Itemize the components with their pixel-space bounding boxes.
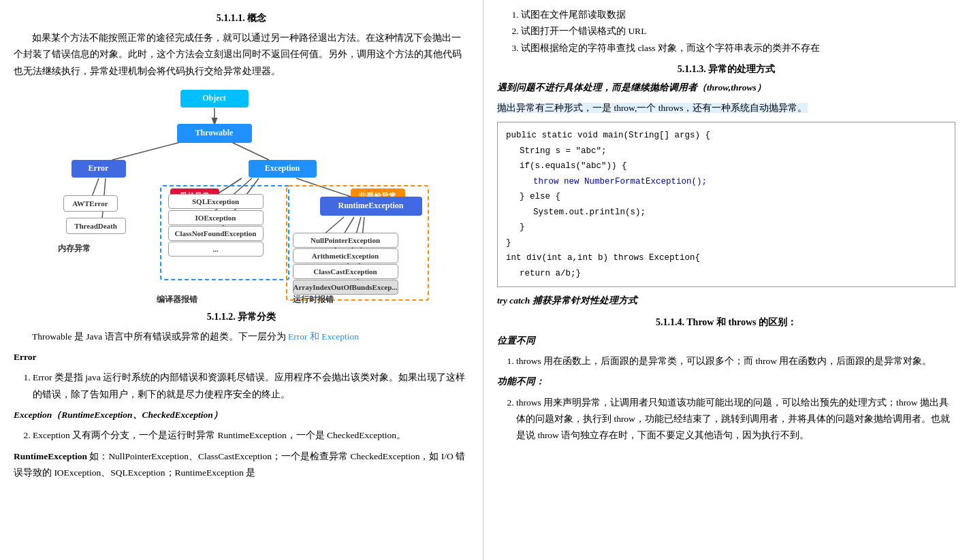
diagram-inner: Object Throwable Error Exception 受检异常 非受… bbox=[51, 86, 432, 304]
trycatch-label: try catch 捕获异常针对性处理方式 bbox=[497, 293, 955, 309]
section-113-italic: 遇到问题不进行具体处理，而是继续抛给调用者（throw,throws） bbox=[497, 80, 955, 96]
code-line-6: System.out.println(s); bbox=[506, 205, 947, 220]
position-title: 位置不同 bbox=[497, 333, 955, 349]
function-item-2: throws 用来声明异常，让调用者只知道该功能可能出现的问题，可以给出预先的处… bbox=[516, 395, 955, 444]
left-panel: 5.1.1.1. 概念 如果某个方法不能按照正常的途径完成任务，就可以通过另一种… bbox=[0, 0, 483, 560]
right-panel: 试图在文件尾部读取数据 试图打开一个错误格式的 URL 试图根据给定的字符串查找… bbox=[483, 0, 969, 560]
list-item-3: 试图根据给定的字符串查找 class 对象，而这个字符串表示的类并不存在 bbox=[521, 40, 955, 56]
code-line-1: public static void main(String[] args) { bbox=[506, 128, 947, 144]
svg-line-1 bbox=[112, 142, 180, 160]
box-ioexception: IOException bbox=[168, 210, 264, 225]
section-113-title: 5.1.1.3. 异常的处理方式 bbox=[497, 63, 955, 76]
exception-diagram: Object Throwable Error Exception 受检异常 非受… bbox=[14, 86, 469, 304]
exception-item-1: Exception 又有两个分支，一个是运行时异常 RuntimeExcepti… bbox=[33, 427, 469, 444]
section-112-para1: Throwable 是 Java 语言中所有错误或异常的超类。下一层分为 Err… bbox=[14, 329, 469, 345]
box-arithmetic: ArithmeticException bbox=[293, 248, 398, 263]
top-list: 试图在文件尾部读取数据 试图打开一个错误格式的 URL 试图根据给定的字符串查找… bbox=[521, 7, 955, 56]
code-line-8: } bbox=[506, 235, 947, 251]
code-line-4: throw new NumberFormatException(); bbox=[506, 174, 947, 190]
box-throwable: Throwable bbox=[177, 124, 252, 143]
code-line-2: String s = "abc"; bbox=[506, 144, 947, 159]
svg-line-2 bbox=[232, 142, 269, 160]
error-title: Error bbox=[14, 349, 469, 365]
code-line-5: } else { bbox=[506, 189, 947, 205]
function-title: 功能不同： bbox=[497, 374, 955, 390]
runtime-bold: RuntimeException bbox=[14, 451, 87, 461]
box-sqlexception: SQLException bbox=[168, 194, 264, 209]
code-line-7: } bbox=[506, 220, 947, 235]
box-classcast: ClassCastException bbox=[293, 264, 398, 279]
code-block: public static void main(String[] args) {… bbox=[497, 122, 955, 287]
list-item-2: 试图打开一个错误格式的 URL bbox=[521, 23, 955, 39]
box-awterror: AWTError bbox=[63, 195, 118, 212]
exception-title: Exception（RuntimeException、CheckedExcept… bbox=[14, 407, 469, 423]
colored-text: Error 和 Exception bbox=[288, 331, 359, 342]
label-memory: 内存异常 bbox=[58, 243, 91, 254]
box-dots: ... bbox=[168, 242, 264, 257]
section-114-title: 5.1.1.4. Throw 和 throws 的区别： bbox=[497, 316, 955, 329]
label-compiler: 编译器报错 bbox=[157, 294, 197, 306]
throw-intro-text: 抛出异常有三种形式，一是 throw,一个 throws，还有一种系统自动抛异常… bbox=[497, 103, 808, 113]
throw-intro: 抛出异常有三种形式，一是 throw,一个 throws，还有一种系统自动抛异常… bbox=[497, 100, 955, 116]
position-item-1: throws 用在函数上，后面跟的是异常类，可以跟多个；而 throw 用在函数… bbox=[516, 353, 955, 369]
section-111-para: 如果某个方法不能按照正常的途径完成任务，就可以通过另一种路径退出方法。在这种情况… bbox=[14, 30, 469, 80]
list-item-1: 试图在文件尾部读取数据 bbox=[521, 7, 955, 23]
position-list: throws 用在函数上，后面跟的是异常类，可以跟多个；而 throw 用在函数… bbox=[516, 353, 955, 369]
box-exception: Exception bbox=[249, 160, 317, 178]
label-runtime: 运行时报错 bbox=[293, 294, 334, 306]
exception-list: Exception 又有两个分支，一个是运行时异常 RuntimeExcepti… bbox=[33, 427, 469, 444]
box-error: Error bbox=[72, 160, 126, 178]
error-item-1: Error 类是指 java 运行时系统的内部错误和资源耗尽错误。应用程序不会抛… bbox=[33, 369, 469, 403]
error-list: Error 类是指 java 运行时系统的内部错误和资源耗尽错误。应用程序不会抛… bbox=[33, 369, 469, 403]
box-classnotfound: ClassNotFoundException bbox=[168, 226, 264, 241]
box-threaddeath: ThreadDeath bbox=[66, 218, 126, 234]
box-arrayindex: ArrayIndexOutOfBundsExcep... bbox=[293, 280, 398, 295]
code-line-10: return a/b;} bbox=[506, 266, 947, 282]
svg-line-3 bbox=[92, 178, 99, 197]
code-line-9: int div(int a,int b) throws Exception{ bbox=[506, 250, 947, 266]
runtime-para: RuntimeException 如：NullPointerException、… bbox=[14, 448, 469, 482]
section-111-title: 5.1.1.1. 概念 bbox=[14, 12, 469, 24]
code-line-3: if(s.equals("abc")) { bbox=[506, 159, 947, 174]
box-object: Object bbox=[180, 90, 249, 108]
function-list: throws 用来声明异常，让调用者只知道该功能可能出现的问题，可以给出预先的处… bbox=[516, 395, 955, 444]
section-112-title: 5.1.1.2. 异常分类 bbox=[14, 311, 469, 323]
box-nullpointer: NullPointerException bbox=[293, 233, 398, 248]
